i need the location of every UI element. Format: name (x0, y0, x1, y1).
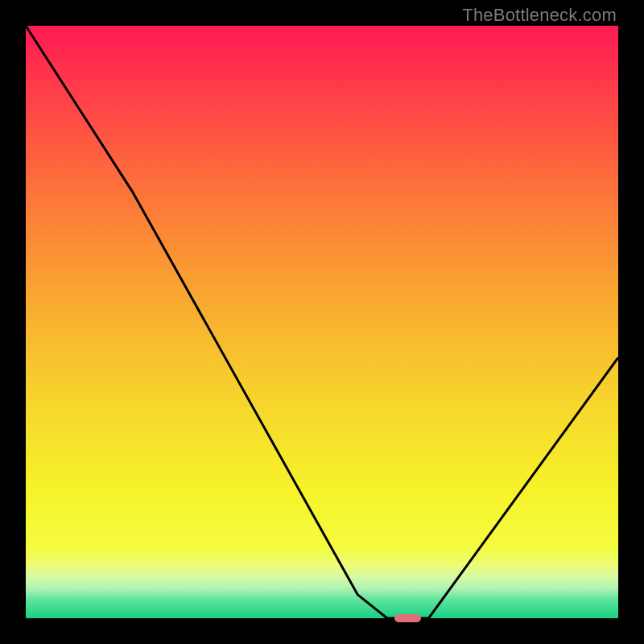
chart-frame: TheBottleneck.com (0, 0, 644, 644)
optimal-marker (394, 614, 421, 622)
watermark-text: TheBottleneck.com (462, 5, 617, 26)
curve-path (26, 26, 618, 618)
bottleneck-curve (26, 26, 618, 618)
